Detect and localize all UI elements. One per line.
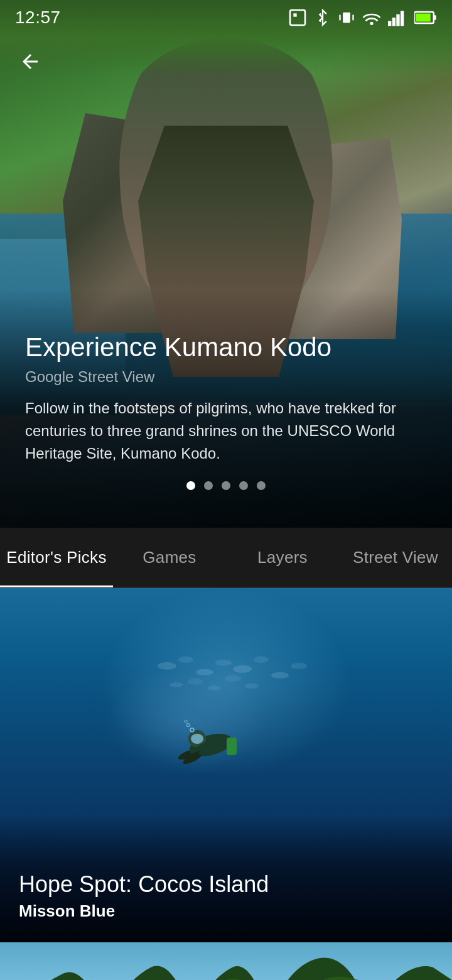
wifi-icon <box>362 9 382 26</box>
svg-point-17 <box>254 656 269 663</box>
svg-point-20 <box>170 682 183 687</box>
dot-3[interactable] <box>222 481 230 490</box>
card-forest[interactable] <box>0 942 452 980</box>
svg-rect-11 <box>416 14 431 22</box>
svg-rect-3 <box>352 14 353 20</box>
tab-editors-picks[interactable]: Editor's Picks <box>0 528 113 587</box>
back-arrow-icon <box>19 50 41 73</box>
hero-content: Experience Kumano Kodo Google Street Vie… <box>0 332 452 465</box>
battery-icon <box>414 9 437 26</box>
tabs-bar: Editor's Picks Games Layers Street View <box>0 528 452 588</box>
svg-point-31 <box>190 728 194 732</box>
dot-1[interactable] <box>186 481 195 490</box>
svg-rect-8 <box>401 11 404 26</box>
status-icons <box>288 8 437 28</box>
svg-rect-5 <box>388 21 391 26</box>
back-button[interactable] <box>13 44 48 79</box>
tab-layers[interactable]: Layers <box>226 528 339 587</box>
hero-pagination-dots <box>0 481 452 490</box>
svg-point-33 <box>185 720 187 722</box>
svg-rect-10 <box>434 15 436 20</box>
svg-rect-7 <box>396 14 399 26</box>
svg-point-12 <box>158 662 176 670</box>
svg-point-21 <box>188 678 203 685</box>
svg-rect-0 <box>290 10 305 25</box>
dot-5[interactable] <box>257 481 266 490</box>
svg-point-23 <box>225 675 241 682</box>
svg-point-18 <box>271 672 289 678</box>
svg-rect-6 <box>392 18 396 26</box>
card-title: Hope Spot: Cocos Island <box>19 871 433 898</box>
screenshot-icon <box>288 8 308 28</box>
svg-point-32 <box>186 724 190 727</box>
svg-point-19 <box>291 663 307 669</box>
status-time: 12:57 <box>15 8 61 28</box>
svg-point-22 <box>208 685 220 690</box>
svg-rect-1 <box>343 13 350 23</box>
svg-rect-26 <box>227 738 237 755</box>
svg-point-14 <box>196 669 213 675</box>
tab-games[interactable]: Games <box>113 528 226 587</box>
bluetooth-icon <box>314 9 331 26</box>
svg-point-4 <box>370 22 373 25</box>
svg-point-16 <box>233 665 252 673</box>
tree-silhouettes <box>0 955 452 980</box>
diver-figure <box>173 720 261 773</box>
hero-title: Experience Kumano Kodo <box>25 332 427 363</box>
vibrate-icon <box>338 9 355 26</box>
tab-street-view[interactable]: Street View <box>339 528 452 587</box>
dot-2[interactable] <box>204 481 213 490</box>
svg-point-30 <box>191 734 203 744</box>
status-bar: 12:57 <box>0 0 452 35</box>
svg-point-24 <box>245 683 259 689</box>
card-subtitle: Misson Blue <box>19 901 433 921</box>
content-area: Hope Spot: Cocos Island Misson Blue <box>0 588 452 980</box>
hero-source: Google Street View <box>25 368 427 386</box>
hero-description: Follow in the footsteps of pilgrims, who… <box>25 397 427 465</box>
card-forest-bg <box>0 942 452 980</box>
card-content: Hope Spot: Cocos Island Misson Blue <box>19 871 433 921</box>
svg-point-13 <box>178 656 193 663</box>
hero-section: Experience Kumano Kodo Google Street Vie… <box>0 0 452 528</box>
svg-rect-2 <box>339 14 340 20</box>
dot-4[interactable] <box>239 481 248 490</box>
card-cocos-island[interactable]: Hope Spot: Cocos Island Misson Blue <box>0 588 452 940</box>
svg-point-15 <box>215 660 232 666</box>
signal-icon <box>388 9 408 26</box>
